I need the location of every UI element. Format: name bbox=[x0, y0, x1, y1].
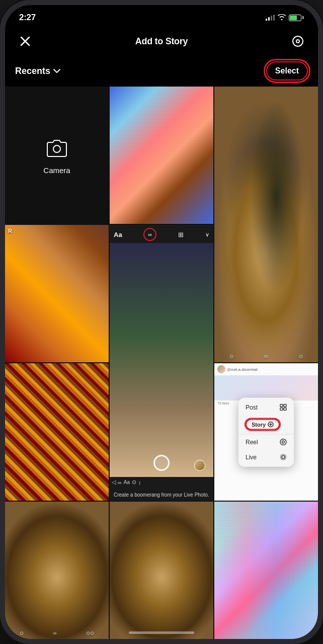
photo-cell-3[interactable] bbox=[5, 363, 109, 501]
status-time: 2:27 bbox=[19, 13, 36, 23]
svg-rect-8 bbox=[284, 408, 286, 410]
top-nav: Add to Story bbox=[5, 27, 318, 57]
boomerang-tip: Create a boomerang from your Live Photo. bbox=[110, 488, 213, 501]
close-button[interactable] bbox=[15, 31, 35, 51]
media-grid: Camera ⊙ 00 ⊙ R bbox=[5, 87, 318, 639]
boomerang-infinity-icon[interactable]: ∞ bbox=[143, 228, 156, 241]
svg-point-14 bbox=[282, 455, 285, 458]
svg-point-4 bbox=[53, 145, 60, 152]
share-live-option[interactable]: Live bbox=[238, 449, 294, 464]
dog-photo-2[interactable] bbox=[110, 502, 213, 639]
boomerang-grid-icon: ⊞ bbox=[178, 231, 184, 238]
svg-point-2 bbox=[293, 36, 303, 46]
share-post-option[interactable]: Post bbox=[238, 399, 294, 415]
share-reel-option[interactable]: Reel bbox=[238, 434, 294, 449]
svg-rect-5 bbox=[280, 404, 283, 407]
photo-icons: ⊙ 00 ⊙ bbox=[214, 354, 318, 359]
boomerang-top-bar: Aa ∞ ⊞ ∨ bbox=[110, 225, 213, 243]
dog-photo-1[interactable]: ⊙ ∞ ⊙⊙ bbox=[5, 502, 109, 639]
status-icons bbox=[266, 14, 304, 22]
home-indicator bbox=[129, 631, 194, 634]
boomerang-avatar bbox=[194, 460, 205, 471]
dog1-icons: ⊙ ∞ ⊙⊙ bbox=[5, 630, 109, 636]
page-title: Add to Story bbox=[135, 36, 188, 47]
svg-point-3 bbox=[296, 40, 299, 43]
phone-frame: 2:27 bbox=[0, 0, 323, 644]
instagram-post-cell[interactable]: Post Story Reel bbox=[214, 363, 318, 501]
camera-label: Camera bbox=[43, 166, 70, 175]
boomerang-shutter-btn[interactable] bbox=[153, 455, 170, 471]
story-badge: Story bbox=[246, 419, 280, 430]
screen: 2:27 bbox=[5, 5, 318, 639]
boomerang-chevron-icon: ∨ bbox=[205, 231, 209, 238]
story-label: Story bbox=[252, 421, 266, 427]
svg-point-12 bbox=[280, 439, 286, 445]
svg-point-15 bbox=[281, 454, 286, 460]
boomerang-text-label: Aa bbox=[114, 231, 122, 238]
recents-bar: Recents Select bbox=[5, 57, 318, 87]
ig-username-text: @not.a.doormat bbox=[227, 367, 258, 372]
boomerang-tip-text: Create a boomerang from your Live Photo. bbox=[114, 492, 209, 498]
boomerang-controls: ◁ ∞ Aa ⊙ ↕ bbox=[110, 477, 213, 488]
svg-rect-7 bbox=[280, 408, 283, 410]
social-blurred-cell[interactable] bbox=[214, 502, 318, 639]
signal-icon bbox=[266, 15, 275, 21]
photo-cell[interactable] bbox=[110, 87, 213, 224]
recents-label: Recents bbox=[15, 66, 50, 76]
settings-button[interactable] bbox=[288, 31, 308, 51]
boomerang-cell[interactable]: Aa ∞ ⊞ ∨ ◁ ∞ Aa ⊙ ↕ bbox=[110, 225, 213, 501]
camera-cell[interactable]: Camera bbox=[5, 87, 109, 224]
reel-label: Reel bbox=[246, 438, 258, 445]
camera-icon bbox=[42, 136, 72, 161]
svg-point-13 bbox=[282, 441, 285, 443]
wifi-icon bbox=[278, 14, 286, 22]
select-button[interactable]: Select bbox=[266, 61, 308, 80]
photo-cell-2[interactable]: R bbox=[5, 225, 109, 362]
share-story-option[interactable]: Story bbox=[238, 415, 294, 434]
recents-dropdown[interactable]: Recents bbox=[15, 66, 60, 76]
live-label: Live bbox=[246, 453, 257, 460]
dog-photo-main[interactable]: ⊙ 00 ⊙ bbox=[214, 87, 318, 362]
battery-icon bbox=[289, 15, 304, 21]
recents-chevron-icon bbox=[53, 67, 60, 75]
notch bbox=[124, 5, 199, 19]
boomerang-preview bbox=[110, 243, 213, 477]
svg-rect-6 bbox=[284, 404, 286, 407]
share-popup: Post Story Reel bbox=[238, 397, 294, 466]
share-post-label: Post bbox=[246, 404, 258, 411]
r-badge: R bbox=[8, 228, 12, 234]
